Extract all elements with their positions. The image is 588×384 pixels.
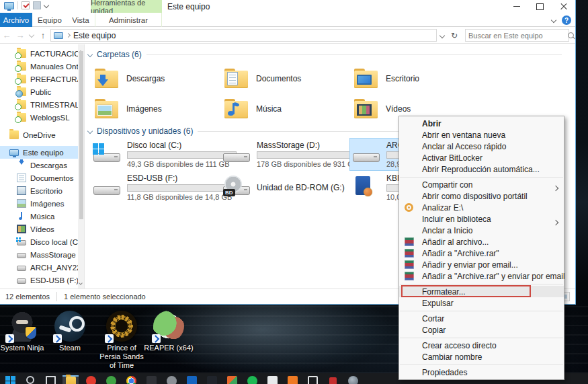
menu-item-formatear[interactable]: Formatear... bbox=[399, 286, 564, 297]
menu-item-crear-acceso-directo[interactable]: Crear acceso directo bbox=[399, 340, 564, 351]
menu-item-reproduccion-automatica[interactable]: Abrir Reproducción automática... bbox=[399, 163, 564, 175]
sidebar-item-trimestrales[interactable]: TRIMESTRALES bbox=[0, 98, 84, 111]
menu-item-abrir[interactable]: Abrir bbox=[399, 118, 564, 129]
sidebar-item-weblogssl[interactable]: WeblogsSL bbox=[0, 111, 84, 124]
search-box[interactable] bbox=[465, 29, 569, 42]
sidebar-item-prefacturacion[interactable]: PREFACTURACIO bbox=[0, 73, 84, 85]
taskbar-app-red-small[interactable] bbox=[325, 375, 341, 384]
address-dropdown-chevron-icon[interactable] bbox=[439, 32, 445, 38]
menu-item-cambiar-nombre[interactable]: Cambiar nombre bbox=[399, 351, 564, 362]
sidebar-item-imagenes[interactable]: Imágenes bbox=[0, 197, 84, 210]
sidebar-item-manuales[interactable]: Manuales Ontec bbox=[0, 60, 84, 73]
folder-tile-documentos[interactable]: Documentos bbox=[220, 63, 350, 93]
kbfs-drive-icon bbox=[353, 178, 381, 198]
folder-tile-descargas[interactable]: Descargas bbox=[91, 63, 220, 93]
close-button[interactable] bbox=[552, 0, 575, 13]
sidebar-item-musica[interactable]: Música bbox=[0, 210, 84, 223]
minimize-button[interactable] bbox=[505, 0, 528, 13]
taskbar-app-gear[interactable] bbox=[163, 375, 179, 384]
back-button[interactable]: ← bbox=[0, 30, 13, 40]
menu-item-abrir-ventana-nueva[interactable]: Abrir en ventana nueva bbox=[399, 129, 564, 141]
menu-item-anadir-rar-enviar-email[interactable]: Añadir a "Archive.rar" y enviar por emai… bbox=[399, 270, 564, 282]
taskbar-app-red[interactable] bbox=[83, 375, 99, 384]
desktop-icon-reaper[interactable]: REAPER (x64) bbox=[143, 311, 194, 352]
folder-tile-imagenes[interactable]: Imágenes bbox=[91, 93, 220, 124]
sidebar-item-onedrive[interactable]: OneDrive bbox=[0, 128, 84, 141]
sidebar-item-documentos[interactable]: Documentos bbox=[0, 171, 84, 184]
menu-item-incluir-biblioteca[interactable]: Incluir en biblioteca bbox=[399, 213, 564, 225]
taskbar-app-dark[interactable] bbox=[143, 375, 159, 384]
address-box[interactable]: Este equipo bbox=[50, 29, 437, 42]
taskbar-search-button[interactable] bbox=[22, 375, 38, 384]
menu-item-expulsar[interactable]: Expulsar bbox=[399, 297, 564, 309]
refresh-icon[interactable]: ↻ bbox=[451, 31, 458, 40]
taskbar-file-explorer[interactable] bbox=[62, 375, 79, 384]
desktop-icon-prince-of-persia[interactable]: Prince of Persia Sands of Time bbox=[96, 311, 147, 370]
tab-administrar[interactable]: Administrar bbox=[95, 13, 162, 27]
start-button[interactable] bbox=[2, 375, 18, 384]
drive-tile-bd-rom-g[interactable]: BD Unidad de BD-ROM (G:) bbox=[220, 171, 350, 203]
taskbar-app-white[interactable] bbox=[264, 375, 280, 384]
menu-item-anadir-enviar-email[interactable]: Añadir y enviar por email... bbox=[399, 259, 564, 270]
tab-vista[interactable]: Vista bbox=[67, 13, 94, 27]
sidebar-item-massstorage-d[interactable]: MassStorage (D: bbox=[0, 248, 84, 261]
menu-item-activar-bitlocker[interactable]: Activar BitLocker bbox=[399, 152, 564, 163]
search-input[interactable] bbox=[466, 32, 566, 40]
recent-locations-chevron-icon[interactable] bbox=[29, 32, 34, 38]
taskbar-app-orange[interactable] bbox=[284, 375, 300, 384]
taskbar-spotify[interactable] bbox=[244, 375, 260, 384]
folder-tile-musica[interactable]: Música bbox=[220, 93, 350, 124]
sidebar-item-descargas[interactable]: Descargas bbox=[0, 159, 84, 171]
forward-button[interactable]: → bbox=[13, 30, 27, 40]
new-folder-icon[interactable] bbox=[33, 1, 41, 9]
desktop-icon-system-ninja[interactable]: System Ninja bbox=[0, 311, 48, 352]
sidebar-item-videos[interactable]: Vídeos bbox=[0, 223, 84, 235]
menu-item-anadir-archivo[interactable]: Añadir al archivo... bbox=[399, 236, 564, 247]
sidebar-scrollbar[interactable] bbox=[78, 44, 84, 289]
menu-item-copiar[interactable]: Copiar bbox=[399, 324, 564, 336]
maximize-button[interactable] bbox=[528, 0, 552, 13]
taskbar-app-multicolor[interactable] bbox=[224, 375, 240, 384]
task-view-button[interactable] bbox=[42, 375, 58, 384]
scrollbar-thumb[interactable] bbox=[79, 51, 83, 219]
menu-item-analizar[interactable]: Analizar E:\ bbox=[399, 202, 564, 213]
sidebar-item-public[interactable]: Public bbox=[0, 85, 84, 98]
taskbar-steam[interactable] bbox=[345, 375, 361, 384]
sidebar-item-escritorio[interactable]: Escritorio bbox=[0, 184, 84, 197]
sidebar-item-arch-any225[interactable]: ARCH_ANY225 ( bbox=[0, 261, 84, 274]
menu-item-propiedades[interactable]: Propiedades bbox=[399, 367, 564, 378]
drive-tile-massstorage-d[interactable]: MassStorage (D:) 178 GB disponibles de 9… bbox=[220, 139, 350, 170]
menu-item-anclar-acceso-rapido[interactable]: Anclar al Acceso rápido bbox=[399, 141, 564, 152]
sidebar-item-esd-usb-f[interactable]: ESD-USB (F:) bbox=[0, 274, 84, 286]
menu-item-anclar-inicio[interactable]: Anclar a Inicio bbox=[399, 225, 564, 236]
properties-icon[interactable] bbox=[22, 1, 30, 9]
drive-tile-esd-usb-f[interactable]: ESD-USB (F:) 11,8 GB disponibles de 14,8… bbox=[91, 171, 220, 203]
collapse-chevron-icon[interactable] bbox=[87, 52, 93, 57]
taskbar-app-outline[interactable] bbox=[304, 375, 321, 384]
up-button[interactable]: ↑ bbox=[36, 30, 50, 40]
collapse-chevron-icon[interactable] bbox=[87, 128, 93, 134]
sidebar-item-disco-local-c[interactable]: Disco local (C:) bbox=[0, 235, 84, 248]
menu-item-anadir-archive-rar[interactable]: Añadir a "Archive.rar" bbox=[399, 247, 564, 259]
breadcrumb-path[interactable]: Este equipo bbox=[73, 31, 116, 40]
folder-icon bbox=[66, 377, 76, 384]
menu-item-dispositivo-portatil[interactable]: Abrir como dispositivo portátil bbox=[399, 190, 564, 202]
taskbar-app-blue[interactable] bbox=[183, 375, 200, 384]
taskbar-app-letter[interactable] bbox=[204, 375, 220, 384]
menu-item-cortar[interactable]: Cortar bbox=[399, 313, 564, 324]
ribbon-collapse-chevron-icon[interactable] bbox=[551, 17, 556, 23]
sidebar-item-este-equipo[interactable]: Este equipo bbox=[0, 146, 84, 159]
sidebar-item-facturacion[interactable]: FACTURACION E bbox=[0, 47, 84, 60]
folders-group-header[interactable]: Carpetas (6) bbox=[88, 50, 562, 59]
desktop-icon-steam[interactable]: Steam bbox=[44, 311, 95, 352]
folder-tile-escritorio[interactable]: Escritorio bbox=[350, 63, 480, 93]
taskbar-app-green[interactable] bbox=[103, 375, 119, 384]
scroll-down-icon[interactable] bbox=[79, 281, 83, 285]
menu-item-compartir-con[interactable]: Compartir con bbox=[399, 179, 564, 190]
tab-archivo[interactable]: Archivo bbox=[0, 13, 32, 27]
drive-tile-disco-local-c[interactable]: Disco local (C:) 49,3 GB disponibles de … bbox=[91, 139, 220, 170]
taskbar-chrome[interactable] bbox=[123, 375, 139, 384]
help-icon[interactable]: ? bbox=[562, 15, 571, 25]
customize-qat-chevron-icon[interactable] bbox=[44, 3, 49, 8]
tab-equipo[interactable]: Equipo bbox=[32, 13, 67, 27]
